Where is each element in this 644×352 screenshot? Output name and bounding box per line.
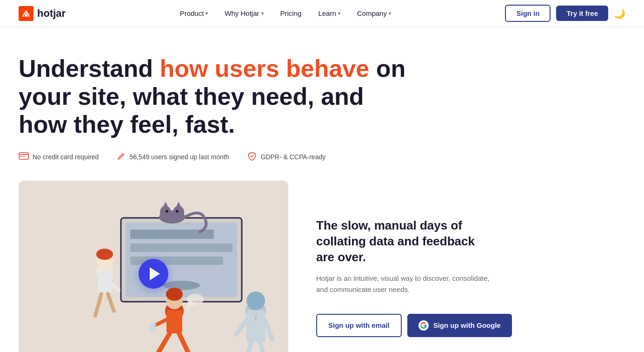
svg-point-44 xyxy=(185,306,189,310)
credit-card-icon xyxy=(19,152,29,161)
nav-why-hotjar[interactable]: Why Hotjar ▾ xyxy=(218,6,270,21)
chevron-down-icon: ▾ xyxy=(261,11,264,16)
hero-headline: Understand how users behave on your site… xyxy=(19,55,418,138)
shield-check-icon xyxy=(247,151,257,162)
hero-badges: No credit card required 56,549 users sig… xyxy=(19,151,625,162)
right-description: Hotjar is an intuitive, visual way to di… xyxy=(316,273,493,295)
try-free-button[interactable]: Try it free xyxy=(556,6,608,21)
nav-company[interactable]: Company ▾ xyxy=(351,6,398,21)
chevron-down-icon: ▾ xyxy=(389,11,391,16)
badge-signups: 56,549 users signed up last month xyxy=(117,152,229,162)
svg-rect-31 xyxy=(150,323,156,332)
google-g-icon xyxy=(418,320,429,331)
badge-no-credit-card: No credit card required xyxy=(19,152,99,161)
svg-point-43 xyxy=(187,301,194,307)
svg-point-17 xyxy=(166,210,168,213)
signin-button[interactable]: Sign in xyxy=(505,5,551,22)
svg-point-35 xyxy=(246,291,265,310)
main-content: The slow, manual days of collating data … xyxy=(0,181,644,352)
svg-point-13 xyxy=(160,206,171,219)
svg-rect-29 xyxy=(166,310,182,333)
svg-rect-9 xyxy=(130,244,232,252)
svg-rect-1 xyxy=(19,153,28,159)
svg-point-28 xyxy=(166,288,183,301)
nav-pricing[interactable]: Pricing xyxy=(274,6,308,21)
badge-gdpr: GDPR- & CCPA-ready xyxy=(247,151,325,162)
svg-point-21 xyxy=(96,249,113,260)
hero-section: Understand how users behave on your site… xyxy=(0,27,644,162)
nav-actions: Sign in Try it free 🌙 xyxy=(505,5,625,22)
video-illustration xyxy=(19,181,288,352)
chevron-down-icon: ▾ xyxy=(206,11,208,16)
video-play-button[interactable] xyxy=(139,259,168,289)
logo-text: hotjar xyxy=(37,7,66,20)
navbar: hotjar Product ▾ Why Hotjar ▾ Pricing Le… xyxy=(0,0,644,27)
nav-links: Product ▾ Why Hotjar ▾ Pricing Learn ▾ C… xyxy=(173,6,398,21)
nav-learn[interactable]: Learn ▾ xyxy=(312,6,346,21)
pencil-icon xyxy=(117,152,126,162)
signup-email-button[interactable]: Sign up with email xyxy=(316,314,402,337)
logo[interactable]: hotjar xyxy=(19,6,66,21)
nav-product[interactable]: Product ▾ xyxy=(173,6,215,21)
cta-buttons: Sign up with email Sign up with Google xyxy=(316,314,625,337)
svg-rect-36 xyxy=(246,310,265,343)
signup-google-button[interactable]: Sign up with Google xyxy=(407,314,512,337)
chevron-down-icon: ▾ xyxy=(338,11,340,16)
dark-mode-toggle[interactable]: 🌙 xyxy=(614,8,625,19)
video-container xyxy=(19,181,288,352)
right-content: The slow, manual days of collating data … xyxy=(316,181,625,337)
svg-point-11 xyxy=(163,281,200,290)
svg-point-14 xyxy=(173,206,184,219)
right-heading: The slow, manual days of collating data … xyxy=(316,218,493,265)
svg-point-18 xyxy=(176,210,179,213)
